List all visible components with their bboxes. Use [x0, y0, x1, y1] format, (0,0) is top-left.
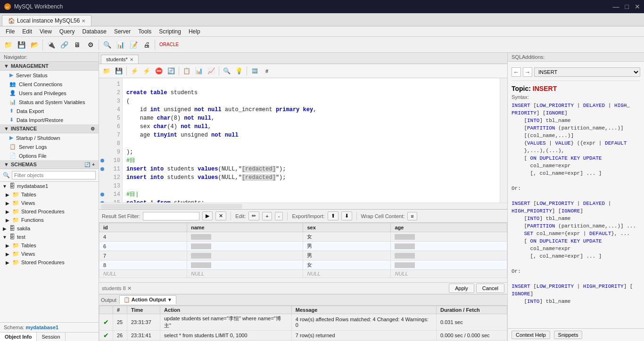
result-edit-btn3[interactable]: -: [275, 212, 283, 220]
tables-folder-2[interactable]: ▶ 📁 Tables: [0, 241, 99, 250]
close-button[interactable]: ✕: [635, 3, 640, 10]
result-export-btn[interactable]: ⬆: [328, 211, 339, 220]
nav-startup-shutdown[interactable]: ▶ Startup / Shutdown: [0, 133, 99, 142]
schema-test[interactable]: ▼ 🗄 test: [0, 233, 99, 241]
schemas-refresh-icon[interactable]: 🔄: [84, 162, 90, 167]
toolbar-settings[interactable]: ⚙: [84, 39, 97, 51]
views-folder-1[interactable]: ▶ 📁 Views: [0, 199, 99, 207]
stored-procedures-folder-1[interactable]: ▶ 📁 Stored Procedures: [0, 207, 99, 216]
data-export-label: Data Export: [17, 108, 44, 114]
qtb-help[interactable]: 💡: [233, 65, 245, 77]
qtb-table-view[interactable]: 📊: [193, 65, 205, 77]
nav-server-logs[interactable]: 📋 Server Logs: [0, 142, 99, 151]
output-tab-action[interactable]: 📋 Action Output ▼: [119, 295, 176, 304]
marker-14: [99, 190, 106, 199]
functions-folder-1[interactable]: ▶ 📁 Functions: [0, 216, 99, 224]
schema-sakila[interactable]: ▶ 🗄 sakila: [0, 224, 99, 233]
result-filter-clear[interactable]: ✕: [215, 211, 226, 220]
query-tab-close[interactable]: ✕: [130, 57, 133, 62]
maximize-button[interactable]: □: [625, 3, 629, 10]
minimize-button[interactable]: —: [613, 3, 619, 10]
qtb-find[interactable]: 🔍: [221, 65, 232, 77]
nav-forward-arrow[interactable]: →: [523, 67, 532, 77]
schema-mydatabase1[interactable]: ▼ 🗄 mydatabase1: [0, 182, 99, 190]
output-table: # Time Action Message Duration / Fetch ✔…: [99, 306, 507, 341]
toolbar-save[interactable]: 💾: [15, 39, 27, 51]
nav-status-variables[interactable]: 📊 Status and System Variables: [0, 97, 99, 106]
qtb-stop[interactable]: ⛔: [153, 65, 165, 77]
toolbar-monitor[interactable]: 🖥: [71, 39, 83, 51]
context-help-tab[interactable]: Context Help: [512, 331, 550, 339]
toolbar-disconnect[interactable]: 🔗: [58, 39, 70, 51]
h-scrollbar[interactable]: [99, 203, 507, 209]
nav-users-privileges[interactable]: 👤 Users and Privileges: [0, 89, 99, 97]
info-tab-object[interactable]: Object Info: [0, 333, 37, 341]
result-row-2[interactable]: 6 redacted 男 redacted: [99, 242, 507, 251]
toolbar-print[interactable]: 🖨: [140, 39, 153, 51]
nav-server-status[interactable]: ▶ Server Status: [0, 71, 99, 80]
result-row-3[interactable]: 7 redacted 男 redacted: [99, 251, 507, 260]
result-wrap-btn[interactable]: ≡: [407, 212, 417, 220]
snippets-tab[interactable]: Snippets: [554, 331, 583, 339]
result-edit-btn2[interactable]: +: [262, 212, 272, 220]
nav-data-export[interactable]: ⬆ Data Export: [0, 106, 99, 115]
info-label: Schema:: [4, 325, 25, 330]
cell-sex-3: 男: [303, 251, 391, 260]
topic-dropdown[interactable]: INSERT SELECT UPDATE DELETE: [534, 67, 640, 77]
qtb-save[interactable]: 💾: [113, 65, 124, 77]
menu-tools[interactable]: Tools: [134, 27, 155, 36]
result-table-wrapper[interactable]: id name sex age 4 redacted 女 redacted: [99, 223, 507, 282]
query-tab-students[interactable]: students* ✕: [101, 55, 139, 64]
output-row-1[interactable]: ✔ 25 23:31:37 update students set name="…: [99, 314, 507, 331]
menu-view[interactable]: View: [36, 27, 56, 36]
output-row-2[interactable]: ✔ 26 23:31:41 select * from students LIM…: [99, 331, 507, 341]
qtb-open[interactable]: 📁: [101, 65, 112, 77]
apply-button[interactable]: Apply: [449, 284, 474, 293]
qtb-copy[interactable]: 📋: [181, 65, 192, 77]
result-row-null[interactable]: NULL NULL NULL NULL: [99, 270, 507, 278]
toolbar-connect[interactable]: 🔌: [45, 39, 57, 51]
nav-options-file[interactable]: 📄 Options File: [0, 151, 99, 160]
cell-sex-1: 女: [303, 232, 391, 242]
nav-data-import[interactable]: ⬇ Data Import/Restore: [0, 115, 99, 124]
info-tab-session[interactable]: Session: [37, 333, 65, 341]
qtb-execute[interactable]: ⚡: [129, 65, 140, 77]
result-import-btn[interactable]: ⬇: [341, 211, 352, 220]
qtb-form-view[interactable]: 📈: [206, 65, 217, 77]
schemas-add-icon[interactable]: +: [92, 162, 95, 167]
instance-tab-close[interactable]: ✕: [82, 18, 85, 24]
code-scrollbar[interactable]: [500, 78, 507, 203]
menu-edit[interactable]: Edit: [18, 27, 36, 36]
nav-client-connections[interactable]: 👥 Client Connections: [0, 80, 99, 89]
toolbar-search[interactable]: 🔍: [101, 39, 113, 51]
toolbar-new-file[interactable]: 📁: [2, 39, 14, 51]
code-content[interactable]: create table students ( id int unsigned …: [123, 78, 500, 203]
output-tab-dropdown[interactable]: ▼: [167, 297, 172, 302]
views-folder-2[interactable]: ▶ 📁 Views: [0, 250, 99, 258]
result-edit-btn1[interactable]: ✏: [248, 211, 259, 220]
result-filter-apply[interactable]: ▶: [202, 211, 213, 220]
schema-filter-input[interactable]: [12, 171, 96, 179]
menu-database[interactable]: Database: [79, 27, 110, 36]
menu-file[interactable]: File: [2, 27, 18, 36]
stored-procedures-folder-2[interactable]: ▶ 📁 Stored Procedures: [0, 258, 99, 267]
qtb-line-count[interactable]: #: [261, 65, 272, 77]
menu-query[interactable]: Query: [56, 27, 79, 36]
tables-folder-1[interactable]: ▶ 📁 Tables: [0, 190, 99, 199]
nav-back-arrow[interactable]: ←: [512, 67, 521, 77]
toolbar-table[interactable]: 📊: [114, 39, 126, 51]
result-row-4[interactable]: 8 redacted 女 redacted: [99, 260, 507, 270]
menu-help[interactable]: Help: [185, 27, 204, 36]
menu-scripting[interactable]: Scripting: [155, 27, 185, 36]
toolbar-open[interactable]: 📂: [28, 39, 41, 51]
cancel-button[interactable]: Cancel: [476, 284, 504, 293]
qtb-execute-current[interactable]: ⚡: [141, 65, 152, 77]
qtb-char-count[interactable]: 🔤: [249, 65, 260, 77]
qtb-refresh[interactable]: 🔄: [165, 65, 177, 77]
result-filter-input[interactable]: [143, 212, 199, 220]
instance-tab[interactable]: 🏠 Local instance MySQL56 ✕: [2, 15, 91, 26]
output-table-wrapper[interactable]: # Time Action Message Duration / Fetch ✔…: [99, 306, 507, 341]
result-row-1[interactable]: 4 redacted 女 redacted: [99, 232, 507, 242]
toolbar-query[interactable]: 📝: [127, 39, 140, 51]
menu-server[interactable]: Server: [110, 27, 134, 36]
